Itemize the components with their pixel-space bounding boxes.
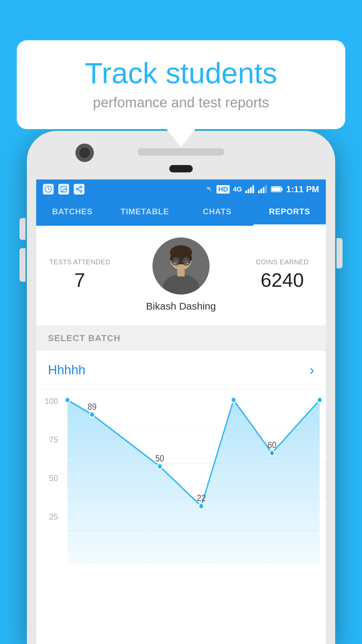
tab-chats[interactable]: CHATS [181,199,253,226]
svg-rect-15 [265,185,267,193]
y-label-50: 50 [49,474,58,483]
battery-icon [271,185,283,193]
speech-bubble: Track students perfomance and test repor… [17,40,345,129]
svg-line-6 [78,190,80,191]
share-icon [74,184,84,195]
svg-point-4 [76,188,78,190]
bubble-subtitle: perfomance and test reports [37,95,325,111]
profile-section: TESTS ATTENDED 7 [36,226,326,326]
status-time: 1:11 PM [286,184,319,195]
coins-earned-label: COINS EARNED [249,258,316,266]
coins-earned-value: 6240 [249,269,316,291]
speaker [137,148,225,156]
svg-rect-11 [252,185,254,193]
chevron-right-icon: › [310,363,314,378]
svg-point-43 [269,450,275,456]
chart-container: 100 75 50 25 [36,396,326,564]
status-icons-right: ⯲ HD 4G [206,184,319,195]
bluetooth-icon: ⯲ [206,185,213,194]
clock-icon [43,184,54,195]
profile-name: Bikash Dashing [146,301,216,312]
tests-attended-label: TESTS ATTENDED [46,258,113,266]
svg-text:50: 50 [155,453,164,463]
signal-icon2 [258,185,267,193]
y-label-75: 75 [49,435,58,444]
svg-point-27 [172,257,180,265]
bubble-title: Track students [37,57,325,90]
select-batch-label: SELECT BATCH [48,333,121,343]
sensor [169,165,193,172]
svg-point-2 [62,187,63,189]
4g-label: 4G [233,185,242,193]
select-batch-header: SELECT BATCH [36,326,326,351]
svg-point-38 [65,397,70,403]
tests-attended-block: TESTS ATTENDED 7 [46,258,113,291]
svg-point-3 [80,186,82,188]
y-label-100: 100 [45,396,58,406]
svg-text:60: 60 [267,440,277,450]
svg-point-42 [231,397,236,403]
svg-rect-17 [281,188,283,191]
volume-down-button [19,248,25,282]
batch-name: Hhhhh [48,363,85,377]
svg-point-39 [89,412,95,418]
batch-row[interactable]: Hhhhh › [36,351,326,390]
svg-text:89: 89 [87,401,97,412]
svg-point-5 [80,191,82,193]
tab-timetable[interactable]: TIMETABLE [109,199,181,226]
phone-screen: ⯲ HD 4G [36,179,326,644]
svg-rect-18 [272,187,281,191]
svg-rect-8 [245,191,247,193]
chart-area: 100 75 50 25 [36,390,326,564]
coins-earned-block: COINS EARNED 6240 [249,258,316,291]
volume-up-button [19,218,25,240]
svg-line-7 [78,187,80,189]
svg-rect-24 [177,269,185,276]
tab-reports[interactable]: REPORTS [253,199,326,226]
signal-icon [245,185,255,193]
svg-line-31 [190,260,191,260]
tab-batches[interactable]: BATCHES [36,199,109,226]
status-icons-left [43,184,84,195]
hd-label: HD [217,185,230,194]
power-button [337,238,343,268]
chart-svg-wrap: 100 89 50 22 100 60 100 [61,396,326,564]
tests-attended-value: 7 [46,269,113,291]
profile-center: Bikash Dashing [146,237,216,312]
chart-y-labels: 100 75 50 25 [36,396,61,551]
phone-frame: ⯲ HD 4G [27,131,335,644]
svg-text:22: 22 [197,493,206,503]
svg-line-30 [171,260,172,260]
svg-point-44 [317,397,322,403]
svg-rect-13 [260,189,262,193]
avatar [153,237,209,294]
svg-rect-10 [250,187,252,193]
nav-tabs: BATCHES TIMETABLE CHATS REPORTS [36,199,326,226]
svg-point-41 [199,503,204,509]
y-label-25: 25 [49,512,58,522]
svg-point-28 [182,257,190,265]
front-camera [75,144,94,162]
svg-rect-14 [263,187,264,193]
svg-point-40 [157,464,162,469]
svg-rect-12 [258,191,260,193]
status-bar: ⯲ HD 4G [36,179,326,199]
svg-rect-9 [248,189,249,193]
image-icon [58,184,69,195]
